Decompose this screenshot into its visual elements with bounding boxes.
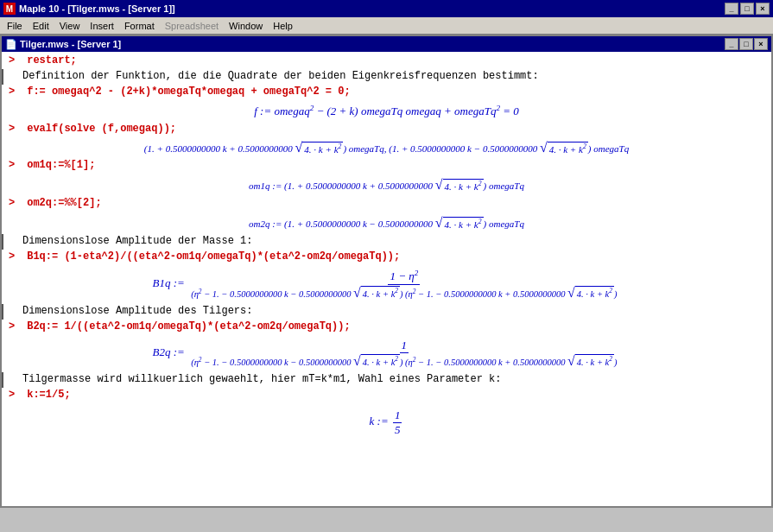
input-f: f:= omegaq^2 - (2+k)*omegaTq*omegaq + om… (21, 86, 768, 98)
inner-title-bar: 📄 Tilger.mws - [Server 1] _ □ × (2, 36, 771, 52)
comment-1-text: Definition der Funktion, die die Quadrat… (7, 70, 771, 82)
menu-window[interactable]: Window (224, 19, 268, 33)
title-text: Maple 10 - [Tilger.mws - [Server 1]] (19, 3, 175, 14)
main-window: 📄 Tilger.mws - [Server 1] _ □ × > restar… (0, 35, 773, 508)
inner-title-icon: 📄 (5, 39, 20, 49)
title-bar-buttons[interactable]: _ □ × (725, 3, 770, 15)
line-b1q-input: > B1q:= (1-eta^2)/((eta^2-om1q/omegaTq)*… (2, 250, 771, 265)
output-b1q: B1q := 1 − η2 (η2 − 1. − 0.5000000000 k … (2, 265, 771, 303)
inner-title-text: 📄 Tilger.mws - [Server 1] (5, 39, 121, 50)
line-om2q-input: > om2q:=%%[2]; (2, 196, 771, 212)
inner-title-buttons[interactable]: _ □ × (725, 38, 768, 50)
prompt-evalf: > (5, 123, 21, 135)
output-b2q: B2q := 1 (η2 − 1. − 0.5000000000 k − 0.5… (2, 335, 771, 372)
menu-view[interactable]: View (54, 19, 86, 33)
output-k: k := 1 5 (2, 403, 771, 442)
close-button[interactable]: × (756, 3, 770, 15)
title-bar: M Maple 10 - [Tilger.mws - [Server 1]] _… (0, 0, 773, 17)
inner-minimize-button[interactable]: _ (725, 38, 738, 50)
input-b2q: B2q:= 1/((eta^2-om1q/omegaTq)*(eta^2-om2… (21, 320, 768, 332)
menu-insert[interactable]: Insert (85, 19, 119, 33)
output-k-text: k := 1 5 (370, 415, 404, 428)
comment-3: Dimensionslose Amplitude des Tilgers: (7, 304, 771, 320)
input-om1q: om1q:=%[1]; (21, 159, 768, 171)
inner-close-button[interactable]: × (754, 38, 768, 50)
output-f-text: f := omegaq2 − (2 + k) omegaTq omegaq + … (254, 104, 519, 117)
output-om1q: om1q := (1. + 0.5000000000 k + 0.5000000… (2, 174, 771, 196)
line-b2q-input: > B2q:= 1/((eta^2-om1q/omegaTq)*(eta^2-o… (2, 320, 771, 335)
content-area[interactable]: > restart; Definition der Funktion, die … (2, 52, 771, 506)
line-k-input: > k:=1/5; (2, 388, 771, 403)
menu-spreadsheet[interactable]: Spreadsheet (160, 19, 224, 33)
comment-4: Tilgermasse wird willkuerlich gewaehlt, … (7, 372, 771, 388)
maximize-button[interactable]: □ (740, 3, 754, 15)
minimize-button[interactable]: _ (725, 3, 738, 15)
menu-file[interactable]: File (2, 19, 28, 33)
menu-bar: File Edit View Insert Format Spreadsheet… (0, 17, 773, 35)
output-f: f := omegaq2 − (2 + k) omegaTq omegaq + … (2, 100, 771, 122)
line-restart: > restart; (2, 54, 771, 69)
line-om1q-input: > om1q:=%[1]; (2, 158, 771, 174)
app-icon: M (3, 3, 16, 15)
prompt-om2q: > (5, 197, 21, 209)
comment-3-block: Dimensionslose Amplitude des Tilgers: (2, 304, 771, 320)
output-evalf: (1. + 0.5000000000 k + 0.5000000000 √4. … (2, 137, 771, 158)
menu-help[interactable]: Help (268, 19, 298, 33)
prompt-restart: > (5, 54, 21, 66)
inner-maximize-button[interactable]: □ (739, 38, 753, 50)
menu-edit[interactable]: Edit (28, 19, 54, 33)
prompt-b1q: > (5, 250, 21, 263)
comment-1-block: Definition der Funktion, die die Quadrat… (2, 69, 771, 85)
prompt-b2q: > (5, 320, 21, 332)
comment-3-text: Dimensionslose Amplitude des Tilgers: (7, 305, 771, 317)
comment-1: Definition der Funktion, die die Quadrat… (7, 69, 771, 85)
line-evalf-input: > evalf(solve (f,omegaq)); (2, 122, 771, 137)
menu-format[interactable]: Format (119, 19, 160, 33)
comment-2-text: Dimensionslose Amplitude der Masse 1: (7, 235, 771, 247)
output-om1q-text: om1q := (1. + 0.5000000000 k + 0.5000000… (249, 180, 524, 191)
comment-4-block: Tilgermasse wird willkuerlich gewaehlt, … (2, 372, 771, 388)
prompt-om1q: > (5, 159, 21, 171)
input-om2q: om2q:=%%[2]; (21, 197, 768, 209)
title-bar-left: M Maple 10 - [Tilger.mws - [Server 1]] (3, 3, 175, 15)
input-restart: restart; (21, 54, 768, 66)
svg-text:M: M (6, 4, 13, 14)
output-om2q: om2q := (1. + 0.5000000000 k − 0.5000000… (2, 212, 771, 234)
output-b1q-text: B1q := 1 − η2 (η2 − 1. − 0.5000000000 k … (153, 276, 621, 289)
comment-2-block: Dimensionslose Amplitude der Masse 1: (2, 234, 771, 250)
input-evalf: evalf(solve (f,omegaq)); (21, 123, 768, 135)
prompt-f: > (5, 86, 21, 98)
output-evalf-text: (1. + 0.5000000000 k + 0.5000000000 √4. … (144, 143, 629, 154)
output-om2q-text: om2q := (1. + 0.5000000000 k − 0.5000000… (249, 218, 524, 229)
input-k: k:=1/5; (21, 389, 768, 401)
comment-4-text: Tilgermasse wird willkuerlich gewaehlt, … (7, 373, 771, 385)
line-f-input: > f:= omegaq^2 - (2+k)*omegaTq*omegaq + … (2, 85, 771, 100)
input-b1q: B1q:= (1-eta^2)/((eta^2-om1q/omegaTq)*(e… (21, 250, 768, 263)
comment-2: Dimensionslose Amplitude der Masse 1: (7, 234, 771, 250)
prompt-k: > (5, 389, 21, 401)
output-b2q-text: B2q := 1 (η2 − 1. − 0.5000000000 k − 0.5… (153, 345, 621, 358)
